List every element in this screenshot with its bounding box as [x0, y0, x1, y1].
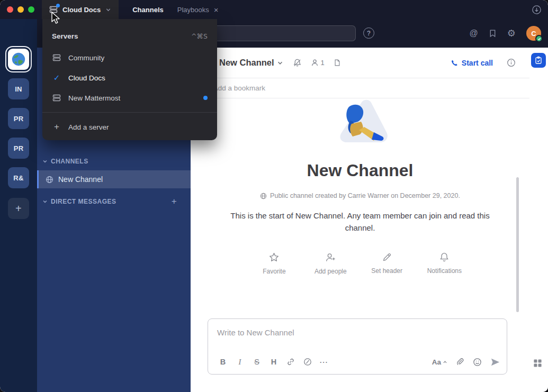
more-formatting-button[interactable]: ⋯ [319, 357, 328, 367]
app-bar [529, 48, 548, 392]
server-icon [52, 53, 61, 62]
category-label: CHANNELS [51, 158, 88, 165]
smiley-icon [473, 358, 482, 367]
channel-header: New Channel 1 [191, 48, 529, 78]
bookmark-bar[interactable]: + Add a bookmark [191, 78, 529, 98]
help-button[interactable]: ? [363, 28, 374, 39]
composer-toolbar: B I S H ⋯ [215, 354, 500, 370]
tab-playbooks[interactable]: Playbooks × [177, 6, 219, 14]
channel-info-button[interactable] [507, 58, 516, 67]
menu-item-label: Community [68, 54, 104, 62]
action-label: Notifications [427, 267, 462, 275]
attach-file-button[interactable] [456, 358, 464, 366]
settings-button[interactable]: ⚙ [507, 29, 516, 38]
channel-name: New Channel [58, 175, 103, 184]
notifications-button[interactable]: Notifications [427, 252, 462, 275]
team-item[interactable]: R& [8, 167, 29, 188]
file-icon [334, 59, 341, 67]
playbooks-app-button[interactable] [531, 53, 546, 68]
strikethrough-button[interactable]: S [249, 355, 264, 369]
team-item[interactable]: IN [8, 78, 29, 99]
muted-bell-button[interactable] [293, 58, 302, 67]
category-label: DIRECT MESSAGES [51, 198, 116, 205]
add-team-button[interactable]: + [8, 198, 29, 219]
menu-item-new-mattermost[interactable]: New Mattermost [42, 88, 217, 108]
paperclip-icon [456, 358, 464, 366]
channel-files-button[interactable] [334, 59, 341, 67]
info-icon [507, 58, 516, 67]
globe-team-icon [11, 51, 26, 67]
bell-icon [439, 252, 450, 262]
add-bookmark-label: Add a bookmark [213, 84, 265, 92]
team-item[interactable]: PR [8, 138, 29, 159]
close-window-button[interactable] [7, 6, 13, 13]
chevron-down-icon [105, 7, 111, 13]
slash-command-button[interactable] [300, 355, 315, 369]
team-initials: IN [15, 85, 22, 93]
sidebar-item-new-channel[interactable]: New Channel [37, 170, 191, 188]
channel-meta: Public channel created by Carrie Warner … [191, 192, 529, 199]
start-call-button[interactable]: Start call [451, 59, 493, 67]
zoom-window-button[interactable] [28, 6, 34, 13]
scrollbar[interactable] [516, 177, 519, 312]
link-icon [286, 358, 295, 366]
italic-button[interactable]: I [232, 355, 247, 369]
user-avatar[interactable]: C [526, 26, 541, 41]
link-button[interactable] [283, 355, 298, 369]
add-direct-message-button[interactable]: + [168, 196, 180, 207]
add-people-icon [325, 252, 336, 263]
favorite-button[interactable]: Favorite [258, 252, 290, 275]
channel-title[interactable]: New Channel [219, 58, 274, 68]
action-label: Favorite [263, 268, 285, 275]
chevron-down-icon[interactable] [277, 60, 283, 66]
minimize-window-button[interactable] [17, 6, 24, 13]
update-download-button[interactable] [532, 5, 542, 15]
emoji-button[interactable] [473, 358, 482, 367]
menu-item-label: Cloud Docs [68, 74, 105, 82]
server-icon [52, 94, 61, 102]
channel-meta-text: Public channel created by Carrie Warner … [270, 192, 460, 199]
mentions-button[interactable]: @ [470, 29, 478, 38]
add-server-button[interactable]: + Add a server [42, 117, 217, 137]
message-composer[interactable]: Write to New Channel B I S H [208, 318, 507, 375]
team-item[interactable]: PR [8, 108, 29, 129]
action-label: Add people [315, 268, 347, 275]
set-header-button[interactable]: Set header [371, 252, 403, 275]
aa-label: Aa [432, 358, 441, 366]
servers-menu-title: Servers [52, 32, 78, 40]
plus-icon: + [52, 122, 61, 132]
slash-circle-icon [303, 358, 312, 366]
channel-intro-actions: Favorite Add people Set header [191, 252, 529, 275]
clipboard-icon [534, 56, 543, 65]
channel-intro-illustration [327, 99, 393, 152]
star-icon [268, 252, 280, 263]
action-label: Set header [371, 267, 402, 275]
bookmark-icon [489, 29, 497, 38]
server-name: Cloud Docs [62, 6, 101, 14]
heading-button[interactable]: H [266, 355, 281, 369]
sidebar-category-direct-messages[interactable]: DIRECT MESSAGES + [37, 194, 191, 209]
menu-divider [42, 112, 217, 113]
member-count-button[interactable]: 1 [311, 59, 325, 67]
team-item-active[interactable] [8, 49, 29, 70]
send-button[interactable] [490, 357, 500, 367]
apps-grid-button[interactable] [533, 359, 542, 368]
bold-button[interactable]: B [215, 355, 230, 369]
close-tab-icon[interactable]: × [214, 6, 219, 14]
member-count: 1 [321, 59, 325, 67]
question-icon: ? [367, 30, 371, 37]
add-people-button[interactable]: Add people [315, 252, 347, 275]
server-unread-dot [56, 4, 60, 7]
check-icon: ✓ [52, 73, 61, 83]
toggle-formatting-button[interactable]: Aa [432, 358, 447, 366]
main-content: New Channel 1 [191, 48, 529, 392]
saved-posts-button[interactable] [489, 29, 497, 38]
send-icon [490, 357, 500, 367]
channel-intro: New Channel Public channel created by Ca… [191, 98, 529, 275]
tab-channels[interactable]: Channels [132, 6, 164, 14]
menu-item-community[interactable]: Community [42, 48, 217, 68]
sidebar-category-channels[interactable]: CHANNELS [37, 153, 191, 169]
add-server-label: Add a server [68, 123, 109, 131]
menu-item-cloud-docs[interactable]: ✓ Cloud Docs [42, 68, 217, 88]
menu-item-label: New Mattermost [68, 94, 120, 102]
